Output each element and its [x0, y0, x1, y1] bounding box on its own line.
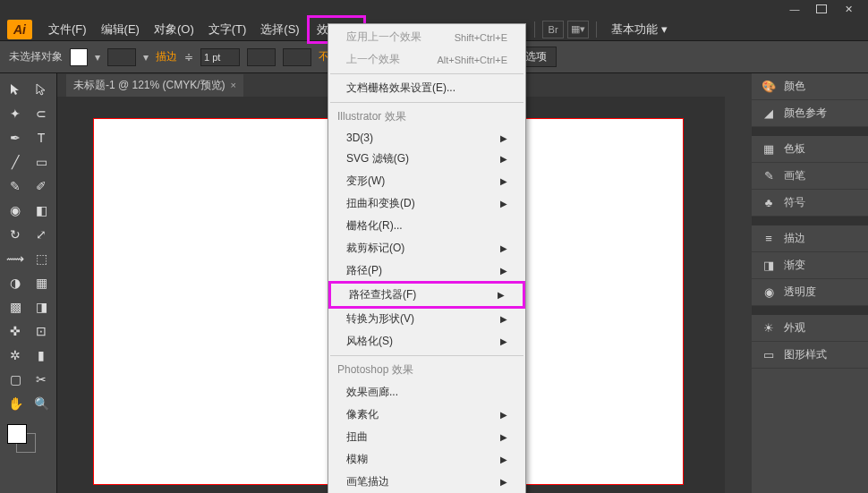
fill-stroke-swatches[interactable] — [4, 422, 53, 458]
panel-icon: ≡ — [761, 232, 777, 246]
menu-effect-item[interactable]: 效果画廊... — [328, 381, 525, 404]
artboard-tool[interactable]: ▢ — [4, 369, 27, 390]
app-logo: Ai — [7, 20, 32, 39]
menu-effect-item[interactable]: 3D(3)▶ — [328, 128, 525, 148]
menu-file[interactable]: 文件(F) — [41, 18, 94, 41]
menu-separator — [330, 355, 523, 356]
panel-icon: ▦ — [761, 142, 777, 157]
dropdown-arrow-icon[interactable]: ▾ — [143, 51, 149, 64]
stepper-icon[interactable]: ≑ — [184, 51, 193, 64]
menu-object[interactable]: 对象(O) — [147, 18, 201, 41]
rotate-tool[interactable]: ↻ — [4, 224, 27, 245]
panel-icon: ☀ — [761, 321, 777, 336]
document-tab[interactable]: 未标题-1 @ 121% (CMYK/预览) × — [66, 74, 243, 97]
panel-icon: ▭ — [761, 348, 777, 362]
line-tool[interactable]: ╱ — [4, 151, 27, 173]
menu-effect-item[interactable]: 转换为形状(V)▶ — [328, 308, 525, 330]
zoom-tool[interactable]: 🔍 — [30, 393, 53, 414]
menu-effect-item[interactable]: 画笔描边▶ — [328, 471, 525, 493]
scale-tool[interactable]: ⤢ — [30, 224, 53, 245]
menu-effect-item[interactable]: 风格化(S)▶ — [328, 330, 525, 353]
pencil-tool[interactable]: ✐ — [30, 175, 53, 197]
right-panel-dock: 🎨颜色◢颜色参考▦色板✎画笔♣符号≡描边◨渐变◉透明度☀外观▭图形样式 — [725, 73, 868, 493]
menu-effect-item[interactable]: 像素化▶ — [328, 404, 525, 426]
panel-icon: ◢ — [761, 106, 777, 121]
dropdown-arrow-icon[interactable]: ▾ — [95, 51, 100, 64]
menu-separator — [330, 73, 523, 74]
menu-effect-item[interactable]: 扭曲和变换(D)▶ — [328, 192, 525, 215]
menu-effect-item[interactable]: 扭曲▶ — [328, 426, 525, 448]
paintbrush-tool[interactable]: ✎ — [4, 175, 27, 197]
menu-effect-item[interactable]: 路径查找器(F)▶ — [328, 281, 525, 309]
rectangle-tool[interactable]: ▭ — [30, 151, 53, 173]
workspace-switcher[interactable]: 基本功能 ▾ — [611, 21, 668, 38]
menu-select[interactable]: 选择(S) — [253, 18, 306, 41]
menu-effect-item[interactable]: 模糊▶ — [328, 448, 525, 471]
fill-color[interactable] — [7, 424, 27, 444]
panel-icon: 🎨 — [761, 80, 777, 94]
width-tool[interactable]: ⟿ — [4, 248, 27, 269]
menu-section-header-illustrator: Illustrator 效果 — [328, 106, 525, 128]
brush-definition[interactable] — [283, 48, 311, 66]
panel-item[interactable]: ▭图形样式 — [752, 342, 868, 369]
panel-item[interactable]: ▦色板 — [752, 136, 868, 163]
panel-item[interactable]: ◉透明度 — [752, 279, 868, 306]
panel-label: 颜色参考 — [784, 106, 827, 121]
arrange-docs-icon[interactable]: ▦▾ — [567, 21, 589, 38]
menu-effect-item[interactable]: SVG 滤镜(G)▶ — [328, 148, 525, 170]
magic-wand-tool[interactable]: ✦ — [4, 103, 27, 124]
fill-swatch[interactable] — [70, 48, 88, 66]
menu-effect-item[interactable]: 路径(P)▶ — [328, 259, 525, 282]
eyedropper-tool[interactable]: ✜ — [4, 320, 27, 342]
eraser-tool[interactable]: ◧ — [30, 200, 53, 221]
symbol-sprayer-tool[interactable]: ✲ — [4, 344, 27, 366]
menu-effect-item[interactable]: 裁剪标记(O)▶ — [328, 237, 525, 259]
panel-label: 颜色 — [784, 79, 805, 94]
close-tab-icon[interactable]: × — [231, 80, 236, 90]
shape-builder-tool[interactable]: ◑ — [4, 272, 27, 293]
perspective-tool[interactable]: ▦ — [30, 272, 53, 293]
window-maximize-button[interactable] — [809, 2, 834, 16]
panel-item[interactable]: ◨渐变 — [752, 252, 868, 279]
lasso-tool[interactable]: ⊂ — [30, 103, 53, 124]
window-close-button[interactable] — [836, 2, 861, 16]
panel-item[interactable]: 🎨颜色 — [752, 73, 868, 100]
stroke-profile[interactable] — [247, 48, 276, 66]
stroke-weight-input[interactable] — [200, 48, 240, 66]
gradient-tool[interactable]: ◨ — [30, 296, 53, 318]
menu-document-raster-settings[interactable]: 文档栅格效果设置(E)... — [328, 77, 525, 99]
document-tab-title: 未标题-1 @ 121% (CMYK/预览) — [73, 78, 226, 93]
direct-selection-tool[interactable] — [30, 79, 53, 100]
menu-type[interactable]: 文字(T) — [201, 18, 254, 41]
window-minimize-button[interactable] — [782, 2, 807, 16]
menu-effect-item[interactable]: 变形(W)▶ — [328, 170, 525, 192]
menu-separator — [330, 102, 523, 103]
stroke-label[interactable]: 描边 — [156, 49, 177, 64]
graph-tool[interactable]: ▮ — [30, 344, 53, 366]
menu-apply-last-effect: 应用上一个效果Shift+Ctrl+E — [328, 26, 525, 48]
pen-tool[interactable]: ✒ — [4, 127, 27, 149]
panel-item[interactable]: ✎画笔 — [752, 163, 868, 190]
panel-item[interactable]: ☀外观 — [752, 315, 868, 342]
type-tool[interactable]: T — [30, 127, 53, 149]
menu-edit[interactable]: 编辑(E) — [94, 18, 147, 41]
mesh-tool[interactable]: ▩ — [4, 296, 27, 318]
panel-icon: ♣ — [761, 196, 777, 210]
collapsed-panel-strip[interactable] — [725, 73, 752, 493]
blend-tool[interactable]: ⊡ — [30, 320, 53, 342]
panel-gap — [752, 127, 868, 136]
panel-item[interactable]: ◢颜色参考 — [752, 100, 868, 127]
panel-label: 渐变 — [784, 258, 805, 273]
free-transform-tool[interactable]: ⬚ — [30, 248, 53, 269]
stroke-swatch[interactable] — [107, 48, 136, 66]
panel-item[interactable]: ≡描边 — [752, 225, 868, 252]
no-selection-label: 未选择对象 — [9, 49, 63, 64]
bridge-icon[interactable]: Br — [542, 21, 564, 38]
slice-tool[interactable]: ✂ — [30, 369, 53, 390]
blob-brush-tool[interactable]: ◉ — [4, 200, 27, 221]
hand-tool[interactable]: ✋ — [4, 393, 27, 414]
menu-last-effect: 上一个效果Alt+Shift+Ctrl+E — [328, 48, 525, 71]
menu-effect-item[interactable]: 栅格化(R)... — [328, 215, 525, 237]
selection-tool[interactable] — [4, 79, 27, 100]
panel-item[interactable]: ♣符号 — [752, 190, 868, 217]
